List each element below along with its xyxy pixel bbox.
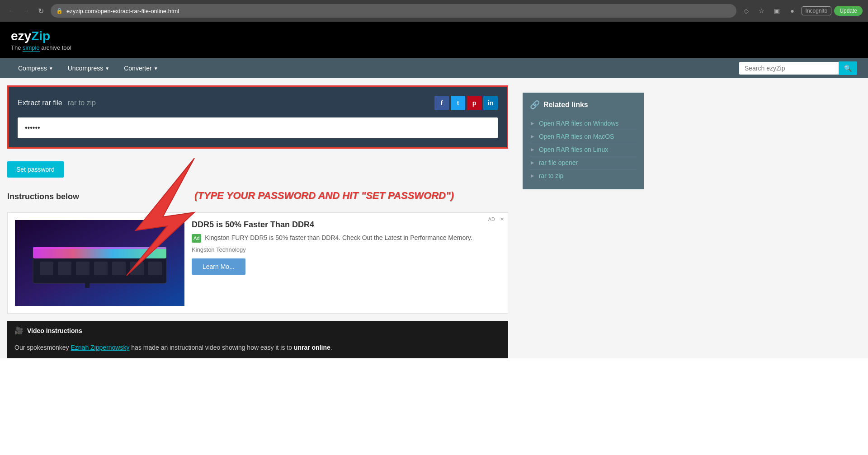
instructions-heading: Instructions below: [7, 185, 508, 207]
video-icon: 🎥: [14, 326, 24, 335]
logo-tagline: The simple archive tool: [11, 44, 71, 51]
browser-actions: ◇ ☆ ▣ ● Incognito Update: [740, 5, 863, 17]
site-header: ezyZip The simple archive tool: [0, 22, 868, 58]
ad-content: DDR5 is 50% Faster Than DDR4 Ad Kingston…: [192, 220, 500, 275]
nav-compress[interactable]: Compress ▼: [11, 58, 61, 78]
related-links-box: 🔗 Related links ► Open RAR files on Wind…: [523, 93, 644, 189]
search-form: 🔍: [739, 61, 857, 75]
content-area: Extract rar file rar to zip f t p in Set…: [0, 78, 515, 358]
nav-uncompress[interactable]: Uncompress ▼: [61, 58, 117, 78]
nav-converter[interactable]: Converter ▼: [117, 58, 165, 78]
social-buttons: f t p in: [434, 96, 498, 110]
ad-section: DDR5 is 50% Faster Than DDR4 Ad Kingston…: [7, 212, 508, 314]
ad-badge: Ad: [192, 234, 201, 243]
ad-learn-more-button[interactable]: Learn Mo...: [192, 258, 245, 275]
window-icon[interactable]: ▣: [771, 5, 783, 17]
related-link-macos[interactable]: Open RAR files on MacOS: [539, 133, 614, 140]
address-bar[interactable]: 🔒 ezyzip.com/open-extract-rar-file-onlin…: [51, 4, 736, 18]
logo[interactable]: ezyZip: [11, 29, 71, 43]
set-password-button[interactable]: Set password: [7, 161, 64, 178]
ad-image: [15, 220, 184, 306]
svg-rect-8: [130, 262, 144, 275]
spokesmonkey-link[interactable]: Ezriah Zippernowsky: [71, 344, 130, 351]
page-wrapper: ← → ↻ 🔒 ezyzip.com/open-extract-rar-file…: [0, 0, 868, 358]
svg-rect-3: [40, 262, 53, 275]
svg-rect-5: [76, 262, 90, 275]
related-link-item: ► Open RAR files on MacOS: [530, 130, 637, 143]
tool-title-main: Extract rar file: [18, 99, 62, 107]
facebook-share-button[interactable]: f: [434, 96, 449, 110]
cast-icon[interactable]: ◇: [740, 5, 753, 17]
ad-title: DDR5 is 50% Faster Than DDR4: [192, 220, 500, 230]
related-link-item: ► rar to zip: [530, 169, 637, 182]
linkedin-share-button[interactable]: in: [483, 96, 498, 110]
ad-company: Kingston Technology: [192, 246, 500, 253]
related-link-windows[interactable]: Open RAR files on Windows: [539, 120, 619, 127]
ad-label: AD: [488, 216, 495, 222]
tool-title-sub: rar to zip: [68, 99, 96, 107]
instructions-heading-container: Instructions below: [7, 185, 508, 207]
svg-rect-11: [33, 247, 166, 249]
main-layout: Extract rar file rar to zip f t p in Set…: [0, 78, 868, 358]
update-button[interactable]: Update: [834, 6, 863, 16]
svg-rect-9: [148, 262, 162, 275]
back-button[interactable]: ←: [5, 5, 18, 17]
related-link-item: ► rar file opener: [530, 156, 637, 169]
url-text: ezyzip.com/open-extract-rar-file-online.…: [66, 8, 179, 14]
spokesmonkey-text: Our spokesmonkey Ezriah Zippernowsky has…: [7, 340, 508, 358]
tool-header: Extract rar file rar to zip f t p in: [18, 96, 498, 110]
sidebar: 🔗 Related links ► Open RAR files on Wind…: [515, 78, 651, 358]
related-links-title: 🔗 Related links: [530, 100, 637, 110]
ad-image-svg: [15, 220, 184, 306]
logo-zip: Zip: [31, 29, 50, 43]
related-link-item: ► Open RAR files on Windows: [530, 117, 637, 130]
nav-buttons: ← → ↻: [5, 5, 47, 17]
related-link-rar-to-zip[interactable]: rar to zip: [539, 172, 563, 179]
related-link-opener[interactable]: rar file opener: [539, 159, 578, 166]
uncompress-dropdown-arrow: ▼: [105, 66, 109, 71]
set-password-section: Set password: [7, 156, 508, 178]
chevron-icon: ►: [530, 173, 535, 179]
lock-icon: 🔒: [56, 8, 63, 14]
svg-rect-4: [58, 262, 71, 275]
incognito-badge: Incognito: [802, 6, 832, 15]
logo-container: ezyZip The simple archive tool: [11, 29, 71, 51]
svg-rect-7: [112, 262, 126, 275]
bookmark-icon[interactable]: ☆: [755, 5, 768, 17]
site-nav: Compress ▼ Uncompress ▼ Converter ▼ 🔍: [0, 58, 868, 78]
twitter-share-button[interactable]: t: [451, 96, 465, 110]
browser-chrome: ← → ↻ 🔒 ezyzip.com/open-extract-rar-file…: [0, 0, 868, 22]
compress-dropdown-arrow: ▼: [49, 66, 53, 71]
svg-rect-6: [94, 262, 108, 275]
ad-description: Ad Kingston FURY DDR5 is 50% faster than…: [192, 233, 500, 243]
chevron-icon: ►: [530, 133, 535, 140]
chevron-icon: ►: [530, 120, 535, 127]
link-icon: 🔗: [530, 100, 540, 110]
nav-menu: Compress ▼ Uncompress ▼ Converter ▼: [11, 58, 165, 78]
logo-ezy: ezy: [11, 29, 31, 43]
search-button[interactable]: 🔍: [839, 61, 857, 75]
related-link-linux[interactable]: Open RAR files on Linux: [539, 146, 608, 153]
video-instructions-title: 🎥 Video Instructions: [14, 326, 501, 335]
password-input[interactable]: [18, 117, 498, 138]
converter-dropdown-arrow: ▼: [154, 66, 158, 71]
tool-titles: Extract rar file rar to zip: [18, 99, 96, 107]
profile-icon[interactable]: ●: [786, 5, 799, 17]
pinterest-share-button[interactable]: p: [467, 96, 481, 110]
search-input[interactable]: [739, 62, 839, 75]
chevron-icon: ►: [530, 159, 535, 166]
ad-close-button[interactable]: ✕: [500, 216, 504, 222]
forward-button[interactable]: →: [20, 5, 33, 17]
related-link-item: ► Open RAR files on Linux: [530, 143, 637, 156]
video-instructions: 🎥 Video Instructions: [7, 321, 508, 340]
chevron-icon: ►: [530, 146, 535, 153]
svg-rect-10: [85, 282, 90, 288]
tool-section: Extract rar file rar to zip f t p in: [7, 85, 508, 149]
reload-button[interactable]: ↻: [34, 5, 47, 17]
